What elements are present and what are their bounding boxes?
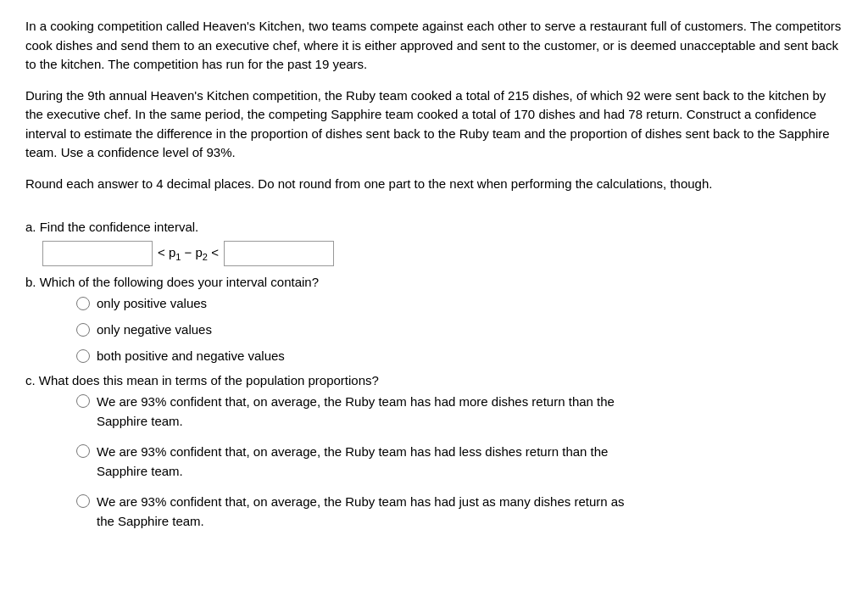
paragraph1: In a cooking competition called Heaven's… [25,17,843,75]
part-b-radio-group: only positive values only negative value… [76,294,843,365]
radio-c-label2-line2: Sapphire team. [97,464,183,478]
radio-c-label3-line1: We are 93% confident that, on average, t… [97,494,625,509]
ci-formula-left: < p1 − p2 < [158,245,219,262]
radio-c-option3[interactable]: We are 93% confident that, on average, t… [76,493,843,531]
ci-lower-input[interactable] [42,241,153,266]
radio-b-option1[interactable]: only positive values [76,294,843,312]
radio-b-option3[interactable]: both positive and negative values [76,347,843,365]
radio-b-option2[interactable]: only negative values [76,321,843,338]
radio-c-label2-line1: We are 93% confident that, on average, t… [97,444,608,459]
radio-b-label2: only negative values [97,321,212,338]
part-b-section: b. Which of the following does your inte… [25,275,843,365]
radio-c-option2[interactable]: We are 93% confident that, on average, t… [76,443,843,481]
radio-c-input1[interactable] [76,394,90,408]
radio-c-option1[interactable]: We are 93% confident that, on average, t… [76,393,843,431]
part-c-section: c. What does this mean in terms of the p… [25,373,843,531]
radio-c-label1-line1: We are 93% confident that, on average, t… [97,394,615,409]
confidence-interval-row: < p1 − p2 < [42,241,843,266]
radio-c-label2: We are 93% confident that, on average, t… [97,443,608,481]
paragraph3: Round each answer to 4 decimal places. D… [25,175,843,194]
part-a-label: a. Find the confidence interval. [25,220,843,234]
part-c-label: c. What does this mean in terms of the p… [25,373,843,387]
radio-c-label3-line2: the Sapphire team. [97,514,204,528]
radio-c-input3[interactable] [76,494,90,508]
ci-upper-input[interactable] [224,241,334,266]
radio-b-input3[interactable] [76,349,90,363]
radio-c-label1: We are 93% confident that, on average, t… [97,393,615,431]
part-b-label: b. Which of the following does your inte… [25,275,843,289]
radio-b-input2[interactable] [76,323,90,337]
paragraph2: During the 9th annual Heaven's Kitchen c… [25,86,843,163]
part-c-radio-group: We are 93% confident that, on average, t… [76,393,843,531]
radio-c-label1-line2: Sapphire team. [97,414,183,428]
radio-c-input2[interactable] [76,444,90,458]
radio-b-label1: only positive values [97,294,207,312]
radio-c-label3: We are 93% confident that, on average, t… [97,493,625,531]
radio-b-input1[interactable] [76,297,90,310]
part-a-section: a. Find the confidence interval. < p1 − … [25,220,843,266]
radio-b-label3: both positive and negative values [97,347,285,365]
